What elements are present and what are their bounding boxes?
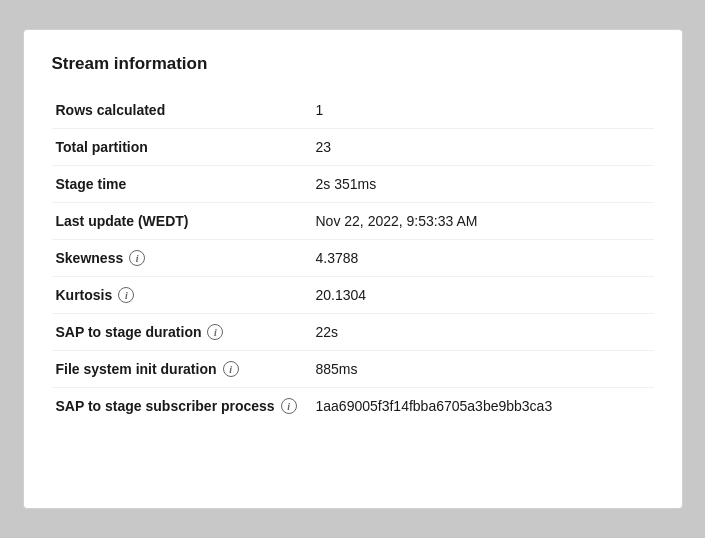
info-icon[interactable]: i	[281, 398, 297, 414]
label-cell-sap-to-stage-subscriber-process: SAP to stage subscriber processi	[52, 388, 312, 425]
label-cell-last-update: Last update (WEDT)	[52, 203, 312, 240]
label-cell-sap-to-stage-duration: SAP to stage durationi	[52, 314, 312, 351]
value-cell-stage-time: 2s 351ms	[312, 166, 654, 203]
label-cell-skewness: Skewnessi	[52, 240, 312, 277]
label-text-kurtosis: Kurtosis	[56, 287, 113, 303]
table-row: Stage time2s 351ms	[52, 166, 654, 203]
table-row: SAP to stage subscriber processi1aa69005…	[52, 388, 654, 425]
label-cell-total-partition: Total partition	[52, 129, 312, 166]
table-row: Total partition23	[52, 129, 654, 166]
stream-information-card: Stream information Rows calculated1Total…	[23, 29, 683, 509]
value-cell-sap-to-stage-duration: 22s	[312, 314, 654, 351]
card-title: Stream information	[52, 54, 654, 74]
info-table: Rows calculated1Total partition23Stage t…	[52, 92, 654, 424]
table-row: Skewnessi4.3788	[52, 240, 654, 277]
label-cell-rows-calculated: Rows calculated	[52, 92, 312, 129]
table-row: Kurtosisi20.1304	[52, 277, 654, 314]
value-cell-skewness: 4.3788	[312, 240, 654, 277]
label-text-rows-calculated: Rows calculated	[56, 102, 166, 118]
value-cell-kurtosis: 20.1304	[312, 277, 654, 314]
value-cell-file-system-init-duration: 885ms	[312, 351, 654, 388]
label-cell-file-system-init-duration: File system init durationi	[52, 351, 312, 388]
label-text-stage-time: Stage time	[56, 176, 127, 192]
value-cell-last-update: Nov 22, 2022, 9:53:33 AM	[312, 203, 654, 240]
info-icon[interactable]: i	[207, 324, 223, 340]
info-icon[interactable]: i	[118, 287, 134, 303]
value-cell-total-partition: 23	[312, 129, 654, 166]
label-text-skewness: Skewness	[56, 250, 124, 266]
value-cell-sap-to-stage-subscriber-process: 1aa69005f3f14fbba6705a3be9bb3ca3	[312, 388, 654, 425]
label-text-sap-to-stage-duration: SAP to stage duration	[56, 324, 202, 340]
label-text-sap-to-stage-subscriber-process: SAP to stage subscriber process	[56, 398, 275, 414]
table-row: SAP to stage durationi22s	[52, 314, 654, 351]
table-row: File system init durationi885ms	[52, 351, 654, 388]
value-cell-rows-calculated: 1	[312, 92, 654, 129]
info-icon[interactable]: i	[223, 361, 239, 377]
label-text-file-system-init-duration: File system init duration	[56, 361, 217, 377]
label-cell-stage-time: Stage time	[52, 166, 312, 203]
label-cell-kurtosis: Kurtosisi	[52, 277, 312, 314]
table-row: Rows calculated1	[52, 92, 654, 129]
label-text-last-update: Last update (WEDT)	[56, 213, 189, 229]
info-icon[interactable]: i	[129, 250, 145, 266]
label-text-total-partition: Total partition	[56, 139, 148, 155]
table-row: Last update (WEDT)Nov 22, 2022, 9:53:33 …	[52, 203, 654, 240]
